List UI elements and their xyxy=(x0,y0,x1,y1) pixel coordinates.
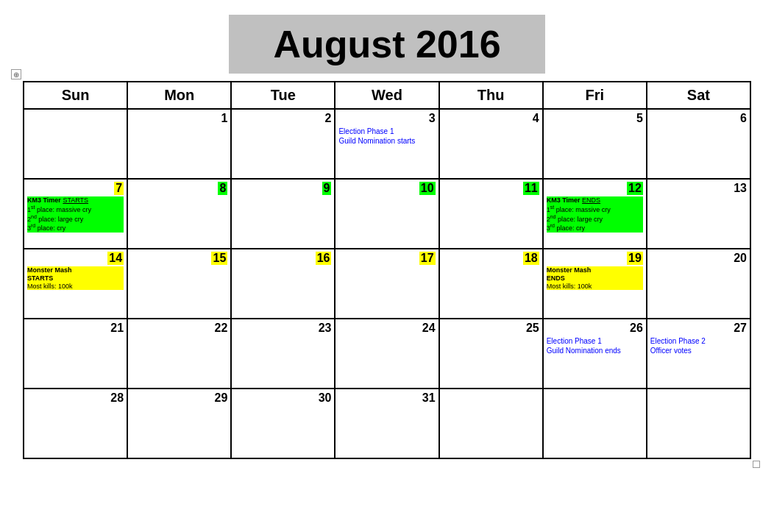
calendar-cell: 3Election Phase 1 Guild Nomination start… xyxy=(335,109,439,179)
calendar-wrapper: ⊕ SunMonTueWedThuFriSat 123Election Phas… xyxy=(23,81,751,459)
event-line: 2nd place: large cry xyxy=(547,214,643,224)
column-header-wed: Wed xyxy=(335,82,439,109)
calendar-cell: 8 xyxy=(127,179,231,249)
event-line: Most kills: 100k xyxy=(547,283,643,291)
event-line: 1st place: massive cry xyxy=(27,205,124,214)
event-line: KM3 Timer ENDS xyxy=(547,196,643,205)
calendar-cell: 30 xyxy=(231,389,335,458)
calendar-cell xyxy=(543,389,647,458)
event-label: Monster MashENDSMost kills: 100k xyxy=(547,266,643,290)
day-number: 27 xyxy=(650,322,747,335)
day-number: 3 xyxy=(338,112,435,125)
calendar-cell: 13 xyxy=(647,179,750,249)
event-label: Monster MashSTARTSMost kills: 100k xyxy=(27,266,124,290)
calendar-cell: 9 xyxy=(231,179,335,249)
column-header-thu: Thu xyxy=(439,82,543,109)
event-line: 1st place: massive cry xyxy=(547,205,643,214)
calendar-cell xyxy=(439,389,543,458)
week-row-2: 14Monster MashSTARTSMost kills: 100k1516… xyxy=(24,249,750,319)
day-number: 5 xyxy=(547,112,643,125)
day-number: 26 xyxy=(547,322,643,335)
move-handle[interactable]: ⊕ xyxy=(11,69,21,79)
calendar-title: August 2016 xyxy=(273,22,500,66)
column-header-fri: Fri xyxy=(543,82,647,109)
calendar-cell: 25 xyxy=(439,319,543,389)
calendar-cell xyxy=(647,389,750,458)
day-number: 25 xyxy=(443,322,539,335)
event-line: KM3 Timer STARTS xyxy=(27,196,124,205)
calendar-cell: 10 xyxy=(335,179,439,249)
calendar-cell: 18 xyxy=(439,249,543,319)
calendar-cell: 29 xyxy=(127,389,231,458)
day-number: 21 xyxy=(27,322,124,335)
day-number: 9 xyxy=(322,182,332,195)
day-number: 19 xyxy=(627,252,643,265)
day-number: 23 xyxy=(235,322,331,335)
event-label: Election Phase 1 Guild Nomination ends xyxy=(547,336,643,355)
day-number: 7 xyxy=(114,182,124,195)
day-number: 14 xyxy=(107,252,124,265)
title-container: August 2016 xyxy=(229,15,544,74)
event-line: Monster Mash xyxy=(27,266,124,274)
event-label: Election Phase 2 Officer votes xyxy=(650,336,747,355)
day-number: 8 xyxy=(218,182,227,195)
cell-content: Monster MashSTARTSMost kills: 100k xyxy=(27,266,124,290)
calendar-table: SunMonTueWedThuFriSat 123Election Phase … xyxy=(23,81,751,459)
day-number: 16 xyxy=(316,252,332,265)
calendar-cell: 20 xyxy=(647,249,750,319)
day-number: 6 xyxy=(650,112,747,125)
day-number: 1 xyxy=(131,112,227,125)
calendar-cell: 31 xyxy=(335,389,439,458)
calendar-cell: 17 xyxy=(335,249,439,319)
day-number: 12 xyxy=(627,182,643,195)
day-number: 22 xyxy=(131,322,227,335)
day-number: 24 xyxy=(338,322,435,335)
day-number: 2 xyxy=(235,112,331,125)
calendar-cell: 2 xyxy=(231,109,335,179)
calendar-cell: 19Monster MashENDSMost kills: 100k xyxy=(543,249,647,319)
week-row-3: 212223242526Election Phase 1 Guild Nomin… xyxy=(24,319,750,389)
cell-content: Monster MashENDSMost kills: 100k xyxy=(547,266,643,290)
calendar-cell: 28 xyxy=(24,389,127,458)
day-number: 28 xyxy=(27,391,124,405)
day-number: 31 xyxy=(338,391,435,405)
calendar-cell: 4 xyxy=(439,109,543,179)
calendar-cell: 24 xyxy=(335,319,439,389)
calendar-cell: 15 xyxy=(127,249,231,319)
day-number: 11 xyxy=(523,182,539,195)
day-number: 15 xyxy=(211,252,227,265)
calendar-cell: 1 xyxy=(127,109,231,179)
week-row-4: 28293031 xyxy=(24,389,750,458)
calendar-cell: 23 xyxy=(231,319,335,389)
cell-content: Election Phase 1 Guild Nomination starts xyxy=(338,127,435,146)
day-number: 30 xyxy=(235,391,331,405)
day-number: 18 xyxy=(523,252,539,265)
calendar-cell: 21 xyxy=(24,319,127,389)
calendar-cell: 5 xyxy=(543,109,647,179)
column-header-sat: Sat xyxy=(647,82,750,109)
day-number: 4 xyxy=(443,112,539,125)
event-line: 3rd place: cry xyxy=(547,223,643,233)
calendar-cell: 27Election Phase 2 Officer votes xyxy=(647,319,750,389)
resize-handle[interactable] xyxy=(753,461,760,468)
event-line: 2nd place: large cry xyxy=(27,214,124,224)
column-header-mon: Mon xyxy=(127,82,231,109)
event-line: 3rd place: cry xyxy=(27,223,124,233)
event-line: Most kills: 100k xyxy=(27,283,124,291)
calendar-cell: 6 xyxy=(647,109,750,179)
event-label: Election Phase 1 Guild Nomination starts xyxy=(338,127,435,146)
day-number: 17 xyxy=(419,252,436,265)
calendar-cell: 7KM3 Timer STARTS1st place: massive cry2… xyxy=(24,179,127,249)
calendar-cell: 22 xyxy=(127,319,231,389)
cell-content: Election Phase 1 Guild Nomination ends xyxy=(547,336,643,355)
calendar-cell: 14Monster MashSTARTSMost kills: 100k xyxy=(24,249,127,319)
event-line: ENDS xyxy=(547,274,643,283)
calendar-cell: 11 xyxy=(439,179,543,249)
calendar-cell: 16 xyxy=(231,249,335,319)
week-row-1: 7KM3 Timer STARTS1st place: massive cry2… xyxy=(24,179,750,249)
event-label: KM3 Timer STARTS1st place: massive cry2n… xyxy=(27,196,124,233)
column-header-sun: Sun xyxy=(24,82,127,109)
event-label: KM3 Timer ENDS1st place: massive cry2nd … xyxy=(547,196,643,233)
day-number: 10 xyxy=(419,182,436,195)
column-header-tue: Tue xyxy=(231,82,335,109)
